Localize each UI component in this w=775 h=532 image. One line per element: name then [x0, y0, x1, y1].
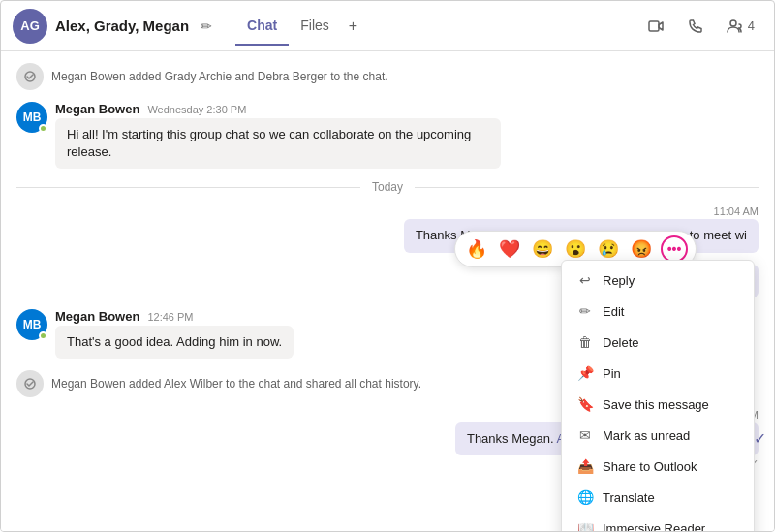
menu-label-save: Save this message [603, 397, 738, 412]
participants-button[interactable]: 4 [719, 14, 762, 39]
message-bubble: Hi all! I'm starting this group chat so … [55, 118, 501, 169]
menu-label-delete: Delete [603, 335, 738, 350]
group-avatar: AG [13, 9, 47, 44]
divider-line-right [415, 187, 759, 188]
menu-label-immersive-reader: Immersive Reader [603, 521, 738, 532]
tab-files[interactable]: Files [289, 7, 341, 46]
title-bar-right: 4 [641, 11, 762, 42]
emoji-angry[interactable]: 😡 [628, 235, 655, 263]
conversation-title: Alex, Grady, Megan [55, 17, 189, 34]
menu-item-mark-unread[interactable]: ✉ Mark as unread [562, 420, 754, 451]
message-time: 11:04 AM [714, 205, 759, 217]
message-row: MB Megan Bowen Wednesday 2:30 PM Hi all!… [16, 102, 759, 169]
menu-item-delete[interactable]: 🗑 Delete [562, 327, 754, 358]
system-message-text-2: Megan Bowen added Alex Wilber to the cha… [51, 377, 421, 391]
svg-point-1 [730, 20, 736, 26]
check-circle-icon: ✓ [754, 429, 766, 448]
avatar-megan: MB [16, 309, 47, 340]
save-icon: 🔖 [577, 396, 593, 412]
tab-bar: Chat Files + [235, 7, 365, 46]
message-header: Megan Bowen Wednesday 2:30 PM [55, 102, 501, 116]
sender-name-2: Megan Bowen [55, 309, 140, 324]
immersive-reader-icon: 📖 [577, 520, 593, 531]
sender-name: Megan Bowen [55, 102, 140, 116]
menu-label-edit: Edit [603, 304, 738, 319]
title-bar: AG Alex, Grady, Megan ✏ Chat Files + [1, 1, 774, 51]
menu-item-pin[interactable]: 📌 Pin [562, 358, 754, 389]
message-time-2: 12:46 PM [147, 311, 193, 323]
tab-chat[interactable]: Chat [235, 7, 289, 46]
svg-rect-0 [649, 21, 659, 31]
message-content-megan-2: Megan Bowen 12:46 PM That's a good idea.… [55, 309, 294, 359]
share-outlook-icon: 📤 [577, 458, 593, 474]
add-tab-button[interactable]: + [341, 7, 365, 46]
translate-icon: 🌐 [577, 489, 593, 505]
audio-call-button[interactable] [680, 11, 711, 42]
menu-label-reply: Reply [603, 273, 738, 288]
menu-item-save[interactable]: 🔖 Save this message [562, 389, 754, 420]
chat-area: Megan Bowen added Grady Archie and Debra… [1, 51, 774, 531]
system-icon-2 [16, 370, 44, 397]
menu-label-mark-unread: Mark as unread [603, 428, 738, 443]
message-header-2: Megan Bowen 12:46 PM [55, 309, 294, 324]
mark-unread-icon: ✉ [577, 427, 593, 443]
emoji-heart[interactable]: ❤️ [496, 235, 523, 263]
video-call-button[interactable] [641, 11, 672, 42]
menu-item-reply[interactable]: ↩ Reply [562, 265, 754, 296]
menu-item-immersive-reader[interactable]: 📖 Immersive Reader [562, 513, 754, 531]
emoji-fire[interactable]: 🔥 [463, 235, 490, 263]
menu-label-translate: Translate [603, 490, 738, 505]
system-message-text: Megan Bowen added Grady Archie and Debra… [51, 70, 388, 83]
edit-icon-menu: ✏ [577, 303, 593, 319]
more-emoji-button[interactable]: ••• [661, 235, 688, 263]
menu-label-share-outlook: Share to Outlook [603, 459, 738, 474]
status-dot [39, 124, 47, 133]
emoji-wow[interactable]: 😮 [562, 235, 589, 263]
message-timestamp: Wednesday 2:30 PM [147, 104, 246, 115]
menu-item-translate[interactable]: 🌐 Translate [562, 482, 754, 513]
reply-icon: ↩ [577, 272, 593, 288]
menu-item-share-outlook[interactable]: 📤 Share to Outlook [562, 451, 754, 482]
message-content: Megan Bowen Wednesday 2:30 PM Hi all! I'… [55, 102, 501, 169]
date-divider: Today [16, 180, 759, 194]
system-message-1: Megan Bowen added Grady Archie and Debra… [16, 63, 759, 90]
emoji-laugh[interactable]: 😄 [529, 235, 556, 263]
avatar: MB [16, 102, 47, 133]
title-bar-left: AG Alex, Grady, Megan ✏ Chat Files + [13, 7, 641, 46]
divider-line-left [16, 187, 360, 188]
edit-title-icon[interactable]: ✏ [201, 18, 212, 34]
pin-icon: 📌 [577, 365, 593, 381]
menu-label-pin: Pin [603, 366, 738, 381]
emoji-sad[interactable]: 😢 [595, 235, 622, 263]
system-icon [16, 63, 44, 90]
message-bubble-2: That's a good idea. Adding him in now. [55, 326, 294, 359]
menu-item-edit[interactable]: ✏ Edit [562, 296, 754, 327]
status-dot-megan [39, 331, 47, 340]
context-menu: ↩ Reply ✏ Edit 🗑 Delete 📌 Pin 🔖 Save thi… [561, 260, 755, 531]
delete-icon: 🗑 [577, 334, 593, 350]
participants-count: 4 [748, 18, 755, 33]
divider-text: Today [372, 180, 403, 194]
